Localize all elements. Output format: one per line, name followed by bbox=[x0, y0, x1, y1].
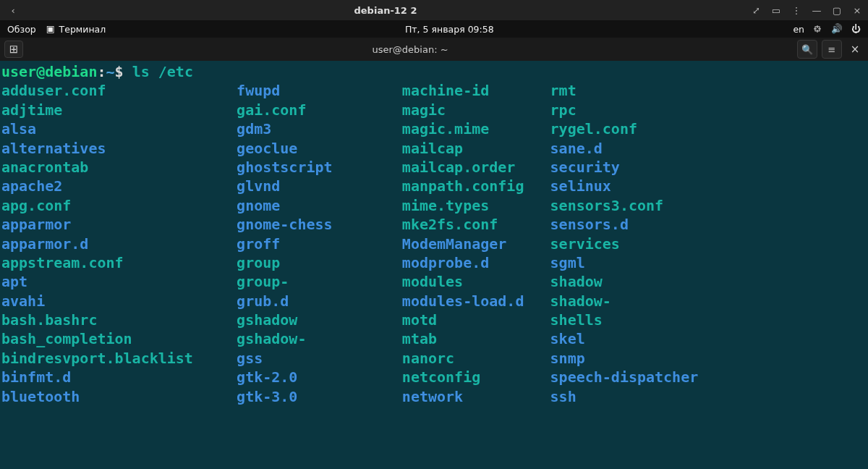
ls-entry: apparmor.d bbox=[1, 234, 237, 253]
ls-entry: modprobe.d bbox=[402, 253, 550, 272]
close-button[interactable]: × bbox=[851, 5, 864, 16]
ls-entry: machine-id bbox=[402, 81, 550, 100]
chevron-left-icon: ‹ bbox=[11, 6, 14, 15]
prompt-path: ~ bbox=[106, 63, 115, 80]
ls-row: bash.bashrcgshadowmotdshells bbox=[1, 310, 867, 329]
back-button[interactable]: ‹ bbox=[4, 6, 22, 15]
ls-row: apache2glvndmanpath.configselinux bbox=[1, 177, 867, 195]
kebab-menu-icon[interactable]: ⋮ bbox=[790, 5, 803, 16]
ls-entry: rygel.conf bbox=[550, 119, 637, 138]
ls-entry: mailcap bbox=[402, 139, 550, 158]
ls-entry: apg.conf bbox=[1, 196, 237, 215]
ls-entry: avahi bbox=[1, 292, 237, 310]
ls-entry: ssh bbox=[550, 387, 576, 406]
ls-entry: magic bbox=[402, 101, 550, 119]
prompt-user: user@debian bbox=[1, 63, 97, 80]
ls-entry: ModemManager bbox=[402, 234, 550, 253]
plus-icon: ⊞ bbox=[9, 44, 19, 55]
ls-row: anacrontabghostscriptmailcap.ordersecuri… bbox=[1, 158, 867, 177]
ls-entry: sane.d bbox=[550, 139, 603, 158]
ls-entry: services bbox=[550, 234, 620, 253]
ls-entry: gshadow- bbox=[237, 329, 402, 348]
keyboard-layout-indicator[interactable]: en bbox=[793, 24, 804, 35]
ls-entry: appstream.conf bbox=[1, 253, 237, 272]
ls-entry: speech-dispatcher bbox=[550, 368, 699, 386]
ls-entry: motd bbox=[402, 310, 550, 329]
ls-entry: mime.types bbox=[402, 196, 550, 215]
ls-row: bluetoothgtk-3.0networkssh bbox=[1, 387, 867, 406]
ls-row: alsagdm3magic.mimerygel.conf bbox=[1, 119, 867, 138]
ls-entry: bash.bashrc bbox=[1, 310, 237, 329]
prompt-sep: : bbox=[97, 63, 106, 80]
prompt-line: user@debian:~$ ls /etc bbox=[1, 62, 867, 81]
close-icon: × bbox=[851, 44, 860, 55]
ls-entry: gshadow bbox=[237, 310, 402, 329]
terminal-close-button[interactable]: × bbox=[846, 43, 864, 56]
ls-entry: shadow- bbox=[550, 292, 611, 310]
ls-row: avahigrub.dmodules-load.dshadow- bbox=[1, 292, 867, 310]
ls-entry: nanorc bbox=[402, 349, 550, 368]
ls-entry: mtab bbox=[402, 329, 550, 348]
terminal-headerbar: ⊞ user@debian: ~ 🔍 ≡ × bbox=[0, 38, 868, 61]
vm-titlebar: ‹ debian-12 2 ⤢ ▭ ⋮ — ▢ × bbox=[0, 0, 868, 20]
ls-entry: alsa bbox=[1, 119, 237, 138]
ls-row: bindresvport.blacklistgssnanorcsnmp bbox=[1, 349, 867, 368]
activities-button[interactable]: Обзор bbox=[7, 24, 36, 35]
ls-entry: manpath.config bbox=[402, 177, 550, 195]
ls-entry: fwupd bbox=[237, 81, 402, 100]
ls-entry: groff bbox=[237, 234, 402, 253]
ls-entry: gnome bbox=[237, 196, 402, 215]
terminal-title: user@debian: ~ bbox=[23, 44, 797, 55]
ls-entry: glvnd bbox=[237, 177, 402, 195]
prompt-dollar: $ bbox=[115, 63, 132, 80]
ls-entry: gai.conf bbox=[237, 101, 402, 119]
power-icon[interactable]: ⏻ bbox=[851, 25, 861, 34]
ls-entry: geoclue bbox=[237, 139, 402, 158]
minimize-button[interactable]: — bbox=[810, 5, 823, 16]
ls-entry: bluetooth bbox=[1, 387, 237, 406]
ls-row: adjtimegai.confmagicrpc bbox=[1, 101, 867, 119]
gnome-top-panel: Обзор ▣ Терминал Пт, 5 января 09:58 en ⯐… bbox=[0, 20, 868, 38]
ls-entry: apt bbox=[1, 272, 237, 291]
ls-entry: ghostscript bbox=[237, 158, 402, 177]
ls-row: bash_completiongshadow-mtabskel bbox=[1, 329, 867, 348]
ls-entry: sensors3.conf bbox=[550, 196, 664, 215]
panel-clock[interactable]: Пт, 5 января 09:58 bbox=[106, 24, 793, 35]
ls-entry: shells bbox=[550, 310, 603, 329]
active-app-name: Терминал bbox=[59, 24, 106, 35]
ls-entry: mailcap.order bbox=[402, 158, 550, 177]
fullscreen-icon[interactable]: ⤢ bbox=[749, 5, 762, 16]
volume-icon[interactable]: 🔊 bbox=[831, 25, 843, 34]
ls-entry: gss bbox=[237, 349, 402, 368]
ls-entry: binfmt.d bbox=[1, 368, 237, 386]
ls-entry: skel bbox=[550, 329, 585, 348]
active-app-indicator[interactable]: ▣ Терминал bbox=[46, 24, 106, 35]
ls-row: apparmorgnome-chessmke2fs.confsensors.d bbox=[1, 215, 867, 234]
maximize-button[interactable]: ▢ bbox=[830, 5, 843, 16]
ls-entry: network bbox=[402, 387, 550, 406]
ls-entry: bindresvport.blacklist bbox=[1, 349, 237, 368]
ls-entry: bash_completion bbox=[1, 329, 237, 348]
terminal-body[interactable]: user@debian:~$ ls /etcadduser.conffwupdm… bbox=[0, 61, 868, 469]
ls-entry: apparmor bbox=[1, 215, 237, 234]
hamburger-icon: ≡ bbox=[828, 45, 836, 54]
ls-entry: selinux bbox=[550, 177, 611, 195]
ls-row: aptgroup-modulesshadow bbox=[1, 272, 867, 291]
ls-entry: adjtime bbox=[1, 101, 237, 119]
hamburger-menu-button[interactable]: ≡ bbox=[822, 40, 842, 59]
terminal-icon: ▣ bbox=[46, 25, 55, 34]
ls-entry: anacrontab bbox=[1, 158, 237, 177]
search-button[interactable]: 🔍 bbox=[797, 40, 817, 59]
network-icon[interactable]: ⯐ bbox=[813, 25, 822, 34]
ls-row: alternativesgeocluemailcapsane.d bbox=[1, 139, 867, 158]
ls-entry: mke2fs.conf bbox=[402, 215, 550, 234]
ls-entry: gtk-2.0 bbox=[237, 368, 402, 386]
ls-entry: gdm3 bbox=[237, 119, 402, 138]
ls-entry: adduser.conf bbox=[1, 81, 237, 100]
command-text: ls /etc bbox=[132, 63, 193, 80]
new-tab-button[interactable]: ⊞ bbox=[4, 41, 23, 58]
ls-row: adduser.conffwupdmachine-idrmt bbox=[1, 81, 867, 100]
tray-icon[interactable]: ▭ bbox=[770, 5, 783, 16]
ls-row: binfmt.dgtk-2.0netconfigspeech-dispatche… bbox=[1, 368, 867, 386]
ls-entry: sensors.d bbox=[550, 215, 629, 234]
